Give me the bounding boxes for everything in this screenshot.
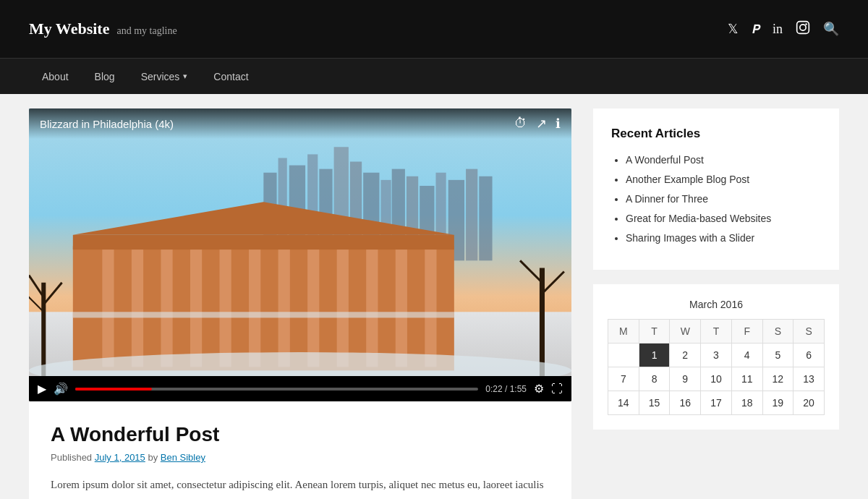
calendar-cell[interactable]: 20 — [793, 391, 825, 415]
calendar-cell[interactable]: 15 — [639, 391, 670, 415]
calendar-day-header: W — [670, 320, 701, 344]
svg-rect-29 — [278, 250, 290, 367]
post-area: A Wonderful Post Published July 1, 2015 … — [29, 401, 571, 499]
calendar-cell[interactable]: 19 — [762, 391, 793, 415]
calendar-cell[interactable]: 13 — [793, 367, 825, 391]
recent-articles-heading: Recent Articles — [611, 127, 821, 141]
main-content: Blizzard in Philadelphia (4k) ⏱ ↗ ℹ — [29, 108, 571, 499]
calendar-body: 1234567891011121314151617181920 — [608, 344, 825, 415]
site-title-area: My Website and my tagline — [29, 20, 177, 38]
svg-rect-36 — [73, 312, 454, 317]
calendar-cell[interactable]: 4 — [731, 344, 762, 367]
calendar-cell[interactable]: 16 — [670, 391, 701, 415]
main-nav: About Blog Services ▾ Contact — [0, 58, 868, 94]
svg-rect-22 — [73, 235, 454, 250]
calendar-cell[interactable]: 8 — [639, 367, 670, 391]
recent-articles-widget: Recent Articles A Wonderful PostAnother … — [593, 108, 839, 270]
nav-item-blog[interactable]: Blog — [82, 59, 128, 95]
calendar-header-row: MTWTFSS — [608, 320, 825, 344]
video-frame — [29, 108, 571, 376]
svg-rect-28 — [249, 250, 260, 367]
svg-rect-24 — [132, 250, 143, 367]
calendar-title: March 2016 — [608, 299, 825, 310]
play-button[interactable]: ▶ — [38, 382, 46, 396]
svg-rect-23 — [102, 250, 114, 367]
nav-item-about[interactable]: About — [29, 59, 82, 95]
video-controls: ▶ 🔊 0:22 / 1:55 ⚙ ⛶ — [29, 376, 571, 401]
site-tagline: and my tagline — [116, 25, 176, 37]
volume-button[interactable]: 🔊 — [54, 382, 68, 396]
svg-rect-27 — [220, 250, 231, 367]
nav-item-contact[interactable]: Contact — [200, 59, 261, 95]
calendar-cell[interactable]: 5 — [762, 344, 793, 367]
post-meta: Published July 1, 2015 by Ben Sibley — [51, 452, 550, 463]
calendar-cell[interactable]: 6 — [793, 344, 825, 367]
info-icon[interactable]: ℹ — [556, 116, 561, 132]
svg-rect-34 — [425, 250, 436, 367]
recent-article-link[interactable]: Great for Media-based Websites — [626, 213, 771, 224]
fullscreen-button[interactable]: ⛶ — [551, 383, 563, 396]
progress-bar[interactable] — [75, 388, 478, 391]
svg-rect-26 — [190, 250, 202, 367]
video-container: Blizzard in Philadelphia (4k) ⏱ ↗ ℹ — [29, 108, 571, 401]
twitter-icon[interactable]: 𝕏 — [728, 21, 739, 37]
calendar-row: 14151617181920 — [608, 391, 825, 415]
calendar-cell[interactable]: 3 — [701, 344, 732, 367]
post-date-link[interactable]: July 1, 2015 — [95, 452, 145, 463]
video-title-bar: Blizzard in Philadelphia (4k) ⏱ ↗ ℹ — [29, 108, 571, 139]
recent-article-link[interactable]: A Wonderful Post — [626, 154, 704, 166]
recent-article-link[interactable]: Another Example Blog Post — [626, 174, 749, 185]
calendar-cell[interactable]: 1 — [639, 344, 670, 367]
svg-rect-31 — [337, 250, 349, 367]
calendar-cell[interactable]: 11 — [731, 367, 762, 391]
site-header: My Website and my tagline 𝕏 𝙋 in 🔍 — [0, 0, 868, 58]
post-body: Lorem ipsum dolor sit amet, consectetur … — [51, 476, 550, 499]
calendar-table: MTWTFSS 1234567891011121314151617181920 — [608, 319, 825, 415]
calendar-row: 123456 — [608, 344, 825, 367]
calendar-cell[interactable]: 2 — [670, 344, 701, 367]
svg-rect-18 — [466, 169, 477, 261]
header-icons: 𝕏 𝙋 in 🔍 — [728, 20, 839, 38]
linkedin-icon[interactable]: in — [773, 22, 783, 37]
nav-item-services[interactable]: Services ▾ — [128, 59, 201, 95]
svg-rect-32 — [366, 250, 378, 367]
calendar-day-header: S — [762, 320, 793, 344]
clock-icon[interactable]: ⏱ — [514, 116, 527, 132]
site-title: My Website — [29, 20, 109, 38]
recent-article-link[interactable]: A Dinner for Three — [626, 193, 708, 205]
recent-articles-list: A Wonderful PostAnother Example Blog Pos… — [611, 154, 821, 244]
post-title: A Wonderful Post — [51, 423, 550, 446]
video-title-icons: ⏱ ↗ ℹ — [514, 116, 561, 132]
video-title: Blizzard in Philadelphia (4k) — [40, 118, 174, 130]
settings-button[interactable]: ⚙ — [534, 382, 544, 396]
calendar-cell[interactable]: 18 — [731, 391, 762, 415]
calendar-day-header: F — [731, 320, 762, 344]
calendar-widget: March 2016 MTWTFSS 123456789101112131415… — [593, 284, 839, 430]
calendar-day-header: T — [639, 320, 670, 344]
instagram-icon[interactable] — [796, 20, 810, 38]
search-icon[interactable]: 🔍 — [823, 21, 839, 37]
calendar-row: 78910111213 — [608, 367, 825, 391]
calendar-cell[interactable]: 10 — [701, 367, 732, 391]
pinterest-icon[interactable]: 𝙋 — [752, 22, 760, 37]
progress-bar-fill — [75, 388, 152, 391]
sidebar: Recent Articles A Wonderful PostAnother … — [593, 108, 839, 499]
calendar-cell[interactable]: 12 — [762, 367, 793, 391]
svg-rect-33 — [396, 250, 407, 367]
svg-rect-25 — [161, 250, 172, 367]
calendar-cell[interactable]: 17 — [701, 391, 732, 415]
calendar-day-header: S — [793, 320, 825, 344]
calendar-day-header: M — [608, 320, 639, 344]
share-icon[interactable]: ↗ — [536, 116, 547, 132]
calendar-cell[interactable]: 14 — [608, 391, 639, 415]
svg-rect-30 — [307, 250, 319, 367]
recent-article-link[interactable]: Sharing Images with a Slider — [626, 232, 754, 244]
chevron-down-icon: ▾ — [183, 72, 187, 81]
svg-point-1 — [800, 24, 806, 30]
post-author-link[interactable]: Ben Sibley — [161, 452, 205, 463]
svg-point-2 — [805, 23, 807, 25]
calendar-cell[interactable]: 9 — [670, 367, 701, 391]
calendar-cell[interactable]: 7 — [608, 367, 639, 391]
svg-rect-0 — [797, 21, 809, 33]
calendar-cell — [608, 344, 639, 367]
